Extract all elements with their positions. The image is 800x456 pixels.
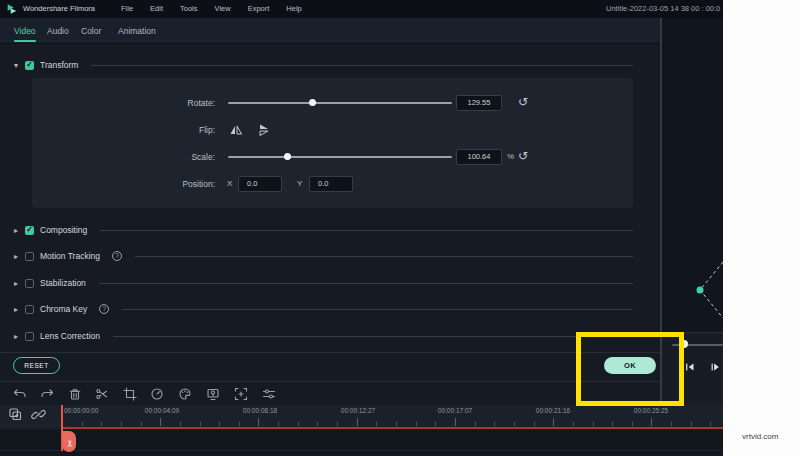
section-transform: ▾ Transform [14,58,633,72]
position-y-label: Y [297,179,302,188]
filmora-logo-icon [6,3,18,15]
menu-export[interactable]: Export [248,4,270,13]
clip-duration-line [62,427,723,429]
divider [122,309,633,310]
scale-unit: % [507,152,514,161]
flip-label: Flip: [100,125,215,135]
tab-color[interactable]: Color [81,18,101,44]
adjust-icon[interactable] [262,387,276,401]
rotate-label: Rotate: [100,98,215,108]
crop-icon[interactable] [123,387,137,401]
preview-viewport [662,18,723,332]
tab-audio[interactable]: Audio [47,18,69,44]
divider [135,256,633,257]
color-palette-icon[interactable] [178,387,192,401]
ruler-label: 00:00:04:09 [145,407,179,414]
menu-view[interactable]: View [215,4,231,13]
ruler-label: 00:00:17:07 [438,407,472,414]
stabilization-checkbox[interactable] [25,279,34,288]
caret-right-icon[interactable]: ▸ [14,252,25,261]
timeline-tracks[interactable] [0,429,723,456]
section-motion-tracking: ▸ Motion Tracking ? [14,249,633,263]
rotate-value-field[interactable]: 129.55 [456,95,502,111]
selection-handle [697,287,704,294]
duplicate-icon[interactable] [8,407,23,422]
marker-icon[interactable] [206,387,220,401]
position-x-field[interactable]: 0.0 [238,176,282,192]
position-y-field[interactable]: 0.0 [309,176,353,192]
white-margin [723,0,800,456]
ruler-label: 00:00:25:25 [634,407,668,414]
caret-down-icon[interactable]: ▾ [14,61,25,70]
ruler-label: 00:00:00:00 [64,407,98,414]
app-title: Wondershare Filmora [23,4,95,13]
motion-tracking-checkbox[interactable] [25,252,34,261]
divider [0,381,660,382]
rotate-reset-icon[interactable]: ↺ [518,96,528,108]
menu-tools[interactable]: Tools [180,4,198,13]
ruler-label: 00:00:08:18 [243,407,277,414]
caret-right-icon[interactable]: ▸ [14,332,25,341]
snapshot-icon[interactable] [234,387,248,401]
ruler-major-ticks [62,418,723,426]
speed-icon[interactable] [150,387,164,401]
rotate-slider[interactable] [228,102,452,104]
scale-slider-handle[interactable] [284,153,291,160]
flip-vertical-icon[interactable] [256,123,272,137]
title-bar: Wondershare Filmora File Edit Tools View… [0,0,723,18]
reset-button[interactable]: RESET [13,357,60,374]
caret-right-icon[interactable]: ▸ [14,305,25,314]
menu-bar: File Edit Tools View Export Help [121,4,302,13]
position-label: Position: [100,179,215,189]
section-chroma-key: ▸ Chroma Key ? [14,302,633,316]
divider [91,65,633,66]
flip-horizontal-icon[interactable] [228,123,244,137]
filmora-window: Wondershare Filmora File Edit Tools View… [0,0,800,456]
scale-value-field[interactable]: 100.64 [456,149,502,165]
position-x-label: X [227,179,232,188]
menu-help[interactable]: Help [286,4,301,13]
playhead-grip-scissors-icon[interactable]: ✂ [62,431,76,452]
link-icon[interactable] [31,407,46,422]
ok-button-highlight-annotation [576,332,684,406]
divider [113,336,633,337]
scale-label: Scale: [100,152,215,162]
properties-tab-bar: Video Audio Color Animation [0,18,660,44]
project-title: Untitle-2022-03-05 14 38 00 : 00:0 [606,4,723,13]
ruler-label: 00:00:21:16 [536,407,570,414]
tab-video[interactable]: Video [14,18,36,44]
clip-selection-outline[interactable] [662,18,723,332]
divider [100,230,633,231]
section-stabilization: ▸ Stabilization [14,276,633,290]
section-lens-correction: ▸ Lens Correction [14,329,633,343]
ruler-label: 00:00:12:27 [341,407,375,414]
previous-frame-icon[interactable] [684,361,696,373]
divider [99,283,633,284]
redo-icon[interactable] [40,387,54,401]
help-icon[interactable]: ? [112,251,122,261]
undo-icon[interactable] [13,387,27,401]
next-frame-icon[interactable] [709,361,721,373]
video-properties-panel: ▾ Transform Rotate: 129.55 ↺ Flip: Scale… [0,44,660,405]
compositing-checkbox[interactable] [25,226,34,235]
divider [0,352,660,353]
help-icon[interactable]: ? [99,304,109,314]
caret-right-icon[interactable]: ▸ [14,279,25,288]
chroma-key-checkbox[interactable] [25,305,34,314]
section-compositing: ▸ Compositing [14,223,633,237]
cut-icon[interactable] [95,387,109,401]
tab-animation[interactable]: Animation [118,18,156,44]
track-lane-divider [0,450,723,451]
scale-slider[interactable] [228,156,452,158]
rotate-slider-handle[interactable] [309,99,316,106]
transform-checkbox[interactable] [25,61,34,70]
delete-icon[interactable] [68,387,82,401]
lens-correction-checkbox[interactable] [25,332,34,341]
menu-file[interactable]: File [121,4,133,13]
menu-edit[interactable]: Edit [150,4,163,13]
scale-reset-icon[interactable]: ↺ [518,150,528,162]
watermark: vrtvid.com [742,432,778,441]
transform-label: Transform [40,60,78,70]
caret-right-icon[interactable]: ▸ [14,226,25,235]
